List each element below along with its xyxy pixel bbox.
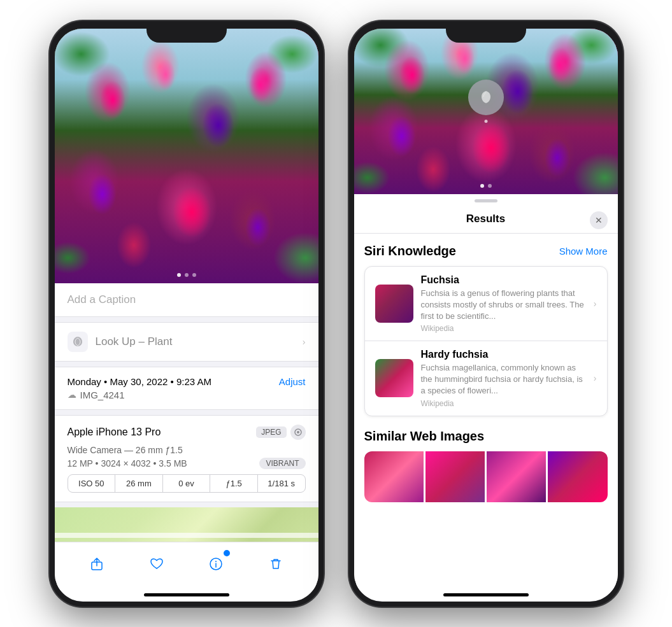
meta-filename-row: ☁ IMG_4241 [68, 390, 306, 400]
siri-knowledge-title: Siri Knowledge [364, 244, 456, 258]
left-phone: Add a Caption Look Up – Plant › [50, 21, 324, 607]
fuchsia-source: Wikipedia [421, 324, 586, 333]
fuchsia-desc: Fuchsia is a genus of flowering plants t… [421, 288, 586, 323]
caption-placeholder[interactable]: Add a Caption [68, 293, 136, 306]
share-icon [90, 557, 104, 571]
flower-details [55, 29, 318, 283]
share-button[interactable] [83, 550, 111, 578]
left-phone-screen: Add a Caption Look Up – Plant › [55, 29, 318, 602]
aperture-value: ƒ1.5 [210, 475, 258, 492]
device-row: Apple iPhone 13 Pro JPEG [68, 425, 306, 440]
siri-dot [484, 120, 487, 123]
map-section[interactable] [55, 507, 318, 542]
trash-button[interactable] [262, 550, 290, 578]
results-content[interactable]: Siri Knowledge Show More Fuchsia Fuchsia… [354, 234, 618, 591]
siri-knowledge-header: Siri Knowledge Show More [364, 244, 608, 258]
page-dot-1 [177, 273, 181, 277]
info-badge [222, 549, 231, 558]
lookup-label: Look Up – Plant [96, 335, 295, 348]
device-name: Apple iPhone 13 Pro [68, 426, 161, 438]
hardy-info: Hardy fuchsia Fuchsia magellanica, commo… [421, 349, 586, 408]
page-dot-3 [192, 273, 196, 277]
close-icon: ✕ [595, 215, 603, 225]
format-badge: JPEG [256, 426, 286, 438]
close-button[interactable]: ✕ [590, 211, 608, 229]
hardy-name: Hardy fuchsia [421, 349, 586, 360]
right-home-indicator [443, 593, 529, 596]
drag-handle[interactable] [475, 199, 497, 202]
leaf-icon [68, 332, 88, 352]
info-icon [209, 557, 223, 571]
heart-button[interactable] [143, 550, 171, 578]
svg-point-1 [297, 431, 299, 433]
page-dot-2 [185, 273, 189, 277]
show-more-button[interactable]: Show More [559, 246, 608, 257]
right-phone-screen: Results ✕ Siri Knowledge Show More [354, 29, 618, 602]
right-photo-area[interactable] [354, 29, 618, 194]
format-badges: JPEG [256, 425, 305, 440]
lookup-row[interactable]: Look Up – Plant › [55, 322, 318, 362]
siri-leaf-svg [477, 88, 495, 106]
meta-date-row: Monday • May 30, 2022 • 9:23 AM Adjust [68, 376, 306, 387]
adjust-button[interactable]: Adjust [279, 376, 306, 387]
right-page-dot-1 [480, 184, 484, 188]
heart-icon [150, 557, 164, 571]
caption-area[interactable]: Add a Caption [55, 283, 318, 317]
knowledge-item-hardy[interactable]: Hardy fuchsia Fuchsia magellanica, commo… [365, 341, 607, 416]
hardy-desc: Fuchsia magellanica, commonly known as t… [421, 362, 586, 397]
leaf-svg [71, 335, 84, 348]
fuchsia-info: Fuchsia Fuchsia is a genus of flowering … [421, 274, 586, 334]
hardy-chevron-icon: › [594, 373, 597, 383]
lens-icon [290, 425, 306, 440]
results-panel: Results ✕ Siri Knowledge Show More [354, 194, 618, 591]
ev-value: 0 ev [163, 475, 211, 492]
right-page-indicator [480, 184, 492, 188]
right-phone: Results ✕ Siri Knowledge Show More [349, 21, 623, 607]
iso-row: ISO 50 26 mm 0 ev ƒ1.5 1/181 s [68, 474, 306, 493]
trash-icon [269, 557, 283, 571]
svg-point-5 [215, 561, 217, 562]
fuchsia-thumbnail [375, 285, 413, 323]
photo-area[interactable] [55, 29, 318, 283]
metadata-section: Monday • May 30, 2022 • 9:23 AM Adjust ☁… [55, 367, 318, 410]
device-section: Apple iPhone 13 Pro JPEG Wide Camera — 2… [55, 415, 318, 502]
fuchsia-name: Fuchsia [421, 274, 586, 286]
iso-value: ISO 50 [68, 475, 116, 492]
cloud-icon: ☁ [68, 390, 76, 400]
similar-web-section: Similar Web Images [364, 429, 608, 502]
camera-specs: Wide Camera — 26 mm ƒ1.5 [68, 445, 306, 455]
results-header: Results ✕ [354, 208, 618, 234]
similar-image-3[interactable] [487, 451, 546, 502]
knowledge-item-fuchsia[interactable]: Fuchsia Fuchsia is a genus of flowering … [365, 267, 607, 342]
right-page-dot-2 [488, 184, 492, 188]
map-road [55, 533, 318, 538]
shutter-value: 1/181 s [258, 475, 305, 492]
fuchsia-chevron-icon: › [594, 299, 597, 309]
results-title: Results [466, 213, 505, 225]
mp-text: 12 MP • 3024 × 4032 • 3.5 MB [68, 458, 187, 468]
knowledge-card: Fuchsia Fuchsia is a genus of flowering … [364, 266, 608, 416]
vibrant-badge: VIBRANT [259, 458, 305, 469]
home-indicator [144, 593, 229, 596]
similar-image-1[interactable] [364, 451, 424, 502]
similar-image-4[interactable] [548, 451, 607, 502]
focal-value: 26 mm [115, 475, 163, 492]
lens-svg [294, 428, 303, 437]
hardy-source: Wikipedia [421, 399, 586, 408]
hardy-thumbnail [375, 359, 413, 397]
mp-specs-row: 12 MP • 3024 × 4032 • 3.5 MB VIBRANT [68, 458, 306, 469]
filename: IMG_4241 [80, 390, 125, 400]
bottom-toolbar [55, 542, 318, 591]
info-button[interactable] [202, 550, 230, 578]
lookup-chevron-icon: › [303, 337, 306, 347]
similar-title: Similar Web Images [364, 429, 485, 444]
similar-header: Similar Web Images [364, 429, 608, 444]
meta-date: Monday • May 30, 2022 • 9:23 AM [68, 376, 211, 387]
similar-images[interactable] [364, 451, 608, 502]
info-panel: Add a Caption Look Up – Plant › [55, 283, 318, 542]
siri-icon[interactable] [468, 80, 504, 115]
page-indicator [177, 273, 196, 277]
similar-image-2[interactable] [425, 451, 485, 502]
